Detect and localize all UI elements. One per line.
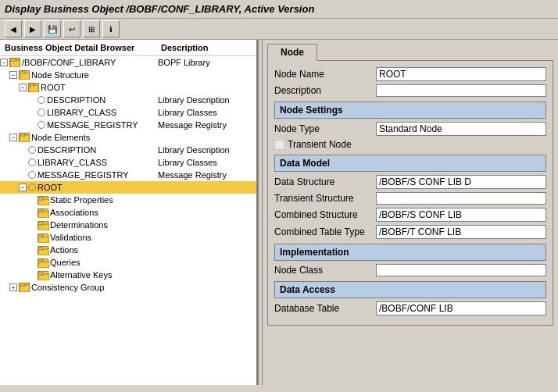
tree-label-library-class-ne: LIBRARY_CLASS [38,158,107,167]
database-table-label: Database Table [274,303,376,314]
tree-item-message-registry-ns[interactable]: MESSAGE_REGISTRYMessage Registry [0,119,256,131]
circle-icon [28,171,36,179]
tree-desc-library-class-ns: Library Classes [156,108,217,117]
svg-rect-21 [38,273,43,275]
tree-item-description-ne[interactable]: DESCRIPTIONLibrary Description [0,144,256,156]
node-class-label: Node Class [274,265,376,276]
description-value[interactable] [376,84,546,97]
tree-item-determinations[interactable]: Determinations [0,219,256,231]
data-access-header: Data Access [274,281,546,298]
tree-desc-description-ns: Library Description [156,95,230,105]
back-button[interactable]: ◀ [5,20,22,37]
circle-yellow-icon [28,184,36,191]
tree-desc-message-registry-ne: Message Registry [156,170,227,180]
toolbar: ◀ ▶ 💾 ↩ ⊞ ℹ [0,19,558,40]
tree-item-root-ne[interactable]: −ROOT [0,181,256,194]
expand-btn-node-elements[interactable]: − [9,134,17,141]
tree-label-associations: Associations [50,208,98,217]
tree-item-consistency[interactable]: +Consistency Group [0,281,256,294]
circle-icon [38,121,45,129]
tree-label-alt-keys: Alternative Keys [50,270,112,280]
transient-node-label: Transient Node [288,139,352,150]
tree-label-actions: Actions [50,245,78,255]
svg-rect-3 [20,71,25,73]
svg-rect-5 [29,84,34,86]
circle-icon [28,159,36,166]
svg-rect-17 [38,248,43,250]
tree-label-queries: Queries [50,258,80,267]
tree-label-consistency: Consistency Group [31,283,105,292]
settings-button[interactable]: ⊞ [83,20,100,37]
tree-label-node-elements: Node Elements [31,133,90,142]
node-type-value[interactable]: Standard Node [376,122,546,136]
folder-icon [19,70,30,80]
description-label: Description [274,85,376,96]
tree-label-validations: Validations [50,233,91,242]
expand-btn-node-structure[interactable]: − [9,71,17,79]
tree-desc-message-registry-ns: Message Registry [156,120,227,130]
implementation-header: Implementation [274,244,546,261]
restore-button[interactable]: ↩ [63,20,80,37]
tree-item-description-ns[interactable]: DESCRIPTIONLibrary Description [0,94,256,106]
left-panel: Business Object Detail Browser Descripti… [0,40,258,385]
data-structure-value[interactable]: /BOBF/S CONF LIB D [376,175,546,189]
tree-item-alt-keys[interactable]: Alternative Keys [0,269,256,281]
tree-label-description-ns: DESCRIPTION [47,95,106,105]
help-button[interactable]: ℹ [102,20,120,37]
col1-header: Business Object Detail Browser [0,41,156,54]
node-type-label: Node Type [274,123,376,134]
circle-icon [28,146,36,154]
tree-item-node-structure[interactable]: −Node Structure [0,69,256,81]
svg-rect-23 [20,283,25,286]
folder-icon [19,133,30,142]
expand-btn-root-ne[interactable]: − [19,184,27,191]
tree-item-message-registry-ne[interactable]: MESSAGE_REGISTRYMessage Registry [0,169,256,181]
tree-label-root-bo: /BOBF/CONF_LIBRARY [22,58,116,67]
data-model-header: Data Model [274,155,546,172]
folder-small-icon [38,208,48,217]
node-name-label: Node Name [274,69,376,80]
tree-item-static-props[interactable]: Static Properties [0,194,256,206]
tree-item-actions[interactable]: Actions [0,244,256,256]
forward-button[interactable]: ▶ [24,20,41,37]
folder-small-icon [38,221,48,230]
tree-item-root-ns[interactable]: −ROOT [0,81,256,94]
save-button[interactable]: 💾 [44,20,61,37]
tab-node[interactable]: Node [267,44,317,61]
transient-structure-value[interactable] [376,192,546,205]
data-structure-label: Data Structure [274,176,376,187]
node-settings-header: Node Settings [274,102,546,119]
folder-icon [9,58,20,67]
tree-label-root-ne: ROOT [38,183,63,192]
database-table-value[interactable]: /BOBF/CONF LIB [376,301,546,315]
expand-btn-root-ns[interactable]: − [19,84,27,91]
tab-content: Node Name ROOT Description Node Settings… [267,60,553,326]
node-name-value[interactable]: ROOT [376,67,546,81]
tree-item-validations[interactable]: Validations [0,231,256,244]
circle-icon [38,96,45,104]
expand-btn-consistency[interactable]: + [9,283,17,291]
transient-structure-label: Transient Structure [274,193,376,204]
folder-icon [19,283,30,292]
tree-label-library-class-ns: LIBRARY_CLASS [47,108,116,117]
tree-item-library-class-ns[interactable]: LIBRARY_CLASSLibrary Classes [0,106,256,119]
title-bar: Display Business Object /BOBF/CONF_LIBRA… [0,0,558,19]
combined-table-type-label: Combined Table Type [274,226,376,237]
expand-btn-root-bo[interactable]: − [0,59,8,66]
folder-small-icon [38,258,48,267]
transient-node-checkbox[interactable] [274,140,284,150]
tree-item-node-elements[interactable]: −Node Elements [0,131,256,144]
tree-item-queries[interactable]: Queries [0,256,256,269]
combined-table-type-value[interactable]: /BOBF/T CONF LIB [376,225,546,239]
svg-rect-9 [38,198,43,200]
tree-item-associations[interactable]: Associations [0,206,256,219]
svg-rect-11 [38,210,43,212]
combined-structure-value[interactable]: /BOBF/S CONF LIB [376,208,546,222]
tree-label-determinations: Determinations [50,220,108,230]
tree-label-message-registry-ne: MESSAGE_REGISTRY [38,170,129,180]
svg-rect-15 [38,235,43,237]
tree-item-root-bo[interactable]: −/BOBF/CONF_LIBRARYBOPF Library [0,56,256,69]
svg-rect-1 [10,59,16,61]
node-class-value[interactable] [376,264,546,276]
tree-item-library-class-ne[interactable]: LIBRARY_CLASSLibrary Classes [0,156,256,169]
